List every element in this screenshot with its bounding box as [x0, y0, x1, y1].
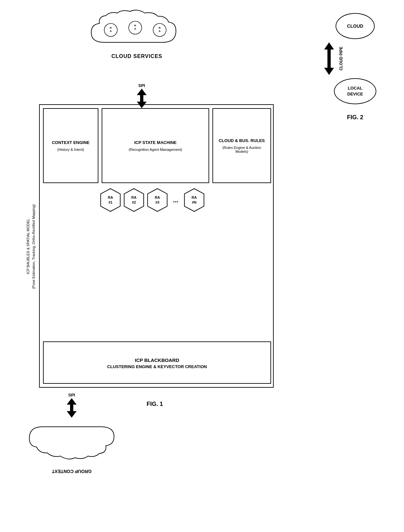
- spi-bottom-arrow-icon: [65, 398, 78, 418]
- svg-text:R: R: [134, 24, 136, 27]
- svg-text:#1: #1: [108, 200, 112, 204]
- svg-marker-11: [101, 189, 120, 211]
- context-engine-subtitle: (History & Intent): [57, 148, 84, 151]
- local-device-label: LOCALDEVICE: [347, 85, 363, 97]
- context-engine-title: CONTEXT ENGINE: [52, 140, 90, 146]
- blackboard-title: ICP BLACKBOARD: [135, 356, 179, 364]
- svg-text:RA: RA: [192, 195, 197, 199]
- group-context-area: GROUP CONTEXT: [26, 417, 117, 476]
- cloud-services-shape: R A R A R A: [85, 10, 189, 52]
- hex-ra3-icon: RA #3: [147, 188, 168, 212]
- svg-marker-17: [148, 189, 167, 211]
- context-engine-box: CONTEXT ENGINE (History & Intent): [43, 108, 98, 183]
- svg-marker-24: [67, 405, 77, 418]
- spi-bottom-label: SPI: [68, 393, 75, 397]
- svg-text:#N: #N: [192, 200, 196, 204]
- hexagons-dots: ...: [170, 196, 181, 204]
- svg-marker-25: [324, 42, 334, 59]
- blackboard-subtitle: CLUSTERING ENGINE & KEYVECTOR CREATION: [107, 364, 207, 369]
- fig1-label: FIG. 1: [147, 401, 163, 408]
- outer-rect: ICP BAUBLES & SPATIAL MODEL (Pose Estima…: [39, 104, 274, 388]
- left-label-text: ICP BAUBLES & SPATIAL MODEL (Pose Estima…: [25, 204, 36, 289]
- svg-text:RA: RA: [131, 195, 137, 199]
- state-machine-box: ICP STATE MACHINE (Recognition Agent Man…: [102, 108, 209, 183]
- local-device-circle: LOCALDEVICE: [334, 78, 376, 104]
- svg-marker-20: [184, 189, 204, 211]
- cloud-rules-title: CLOUD & BUS. RULES: [219, 138, 265, 144]
- fig2-container: CLOUD CLOUD PIPE LOCALDEVICE FIG. 2: [323, 13, 388, 121]
- cloud-services-label: CLOUD SERVICES: [75, 53, 199, 59]
- spi-top-label: SPI: [138, 83, 145, 88]
- cloud-pipe-arrow-icon: [323, 42, 336, 75]
- svg-text:R: R: [159, 26, 161, 29]
- svg-marker-14: [124, 189, 144, 211]
- hex-ra2-icon: RA #2: [123, 188, 144, 212]
- group-context-label: GROUP CONTEXT: [26, 469, 117, 474]
- cloud-rules-subtitle: (Rules Engine & Auction Models): [216, 146, 267, 153]
- hex-ran-icon: RA #N: [184, 188, 205, 212]
- svg-text:R: R: [110, 26, 112, 29]
- svg-text:#3: #3: [155, 200, 159, 204]
- cloud-circle: CLOUD: [336, 13, 375, 39]
- hexagons-row: RA #1 RA #2 RA #3 ... RA #N: [100, 188, 205, 212]
- cloud-pipe-label: CLOUD PIPE: [339, 47, 343, 70]
- svg-marker-26: [324, 59, 334, 75]
- svg-text:RA: RA: [155, 195, 160, 199]
- state-machine-title: ICP STATE MACHINE: [134, 140, 177, 146]
- group-context-cloud-icon: [26, 417, 117, 459]
- top-boxes-row: CONTEXT ENGINE (History & Intent) ICP ST…: [43, 108, 271, 183]
- svg-text:A: A: [110, 30, 112, 33]
- fig2-label: FIG. 2: [323, 114, 388, 121]
- cloud-rules-box: CLOUD & BUS. RULES (Rules Engine & Aucti…: [212, 108, 271, 183]
- svg-text:A: A: [134, 27, 136, 30]
- svg-text:#2: #2: [132, 200, 136, 204]
- page: R A R A R A CLOUD SERVICES SPI ICP BAUBL…: [0, 0, 404, 532]
- blackboard-box: ICP BLACKBOARD CLUSTERING ENGINE & KEYVE…: [43, 341, 271, 384]
- hex-ra1-icon: RA #1: [100, 188, 121, 212]
- svg-text:A: A: [159, 30, 161, 33]
- state-machine-subtitle: (Recognition Agent Management): [129, 148, 182, 151]
- left-vertical-label: ICP BAUBLES & SPATIAL MODEL (Pose Estima…: [22, 105, 40, 388]
- cloud-services-area: R A R A R A CLOUD SERVICES: [75, 10, 199, 81]
- cloud-pipe-row: CLOUD PIPE: [323, 42, 388, 75]
- svg-text:RA: RA: [108, 195, 113, 199]
- spi-arrow-bottom: SPI: [65, 393, 78, 418]
